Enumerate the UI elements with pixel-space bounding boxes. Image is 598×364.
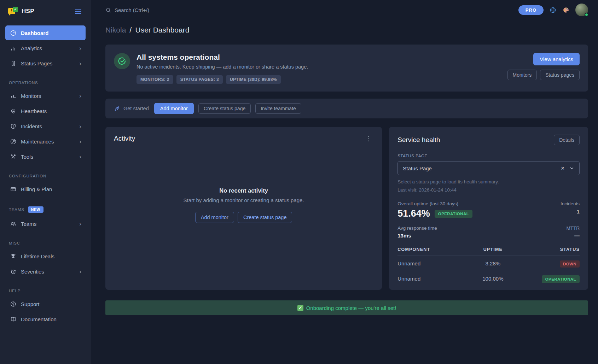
details-button[interactable]: Details [554,135,580,145]
view-analytics-button[interactable]: View analytics [533,53,580,65]
table-row[interactable]: Unnamed 3.28% DOWN [397,256,580,271]
chevron-down-icon[interactable] [569,166,574,171]
get-started-bar: Get started Add monitor Create status pa… [105,99,588,118]
chevron-right-icon: › [79,139,81,145]
sidebar-item-label: Support [21,301,81,307]
sidebar-item-incidents[interactable]: Incidents › [5,119,86,134]
status-page-select[interactable]: Status Page ✕ [397,161,580,175]
monitors-count-chip: MONITORS: 2 [137,75,173,84]
credit-card-icon [10,186,17,193]
avg-response-value: 13ms [397,233,437,239]
activity-card: Activity ⋮ No recent activity Start by a… [105,127,382,290]
logo-check: ✓ [13,7,18,12]
status-badge: OPERATIONAL [542,275,580,283]
search-placeholder: Search (Ctrl+/) [115,7,149,13]
search-icon [105,7,111,13]
chevron-right-icon: › [79,60,81,66]
sidebar-item-teams[interactable]: Teams › [5,216,86,231]
chevron-right-icon: › [79,123,81,129]
status-pages-count-chip: STATUS PAGES: 3 [176,75,223,84]
uptime-chip: UPTIME (30D): 99.98% [226,75,281,84]
sidebar-item-maintenances[interactable]: Maintenances › [5,134,86,149]
logo-row: ! ✓ HSP [5,0,86,23]
app-name: HSP [22,8,34,15]
create-status-page-button[interactable]: Create status page [198,103,251,114]
avg-response-label: Avg response time [397,225,437,231]
app-logo[interactable]: ! ✓ HSP [8,7,34,16]
sidebar-section-help: HELP [9,289,86,293]
sidebar-item-lifetime-deals[interactable]: Lifetime Deals [5,249,86,264]
hamburger-menu-icon[interactable] [74,7,83,15]
monitors-bars-icon [10,92,17,99]
status-page-field-label: STATUS PAGE [397,154,580,158]
sidebar-item-label: Teams [21,221,75,227]
sidebar-item-label: Incidents [21,123,75,129]
empty-state-subtitle: Start by adding a monitor or creating a … [184,197,304,203]
theme-palette-icon[interactable] [562,6,570,14]
sidebar: ! ✓ HSP Dashboard Analytics › Status Pag… [0,0,91,364]
traffic-light-icon [10,60,17,67]
sidebar-item-label: Monitors [21,93,75,99]
topbar: Search (Ctrl+/) PRO [91,0,598,20]
pro-plan-badge[interactable]: PRO [518,5,544,15]
breadcrumb: Nikola / User Dashboard [105,25,588,35]
new-badge: NEW [28,206,43,213]
sidebar-item-dashboard[interactable]: Dashboard [5,25,86,40]
sidebar-item-label: Documentation [21,316,81,322]
rocket-icon [114,105,120,112]
sidebar-item-severities[interactable]: Severities › [5,264,86,279]
status-badge: OPERATIONAL [435,210,472,218]
component-name: Unnamed [397,276,464,282]
sidebar-item-documentation[interactable]: Documentation [5,312,86,327]
column-header-uptime: UPTIME [464,247,522,252]
sidebar-item-label: Dashboard [21,30,81,36]
sidebar-item-tools[interactable]: Tools › [5,149,86,164]
sidebar-item-status-pages[interactable]: Status Pages › [5,56,86,71]
trophy-icon [10,253,17,260]
breadcrumb-parent[interactable]: Nikola [105,26,126,34]
uptime-value: 51.64% [397,208,430,219]
components-table: COMPONENT UPTIME STATUS Unnamed 3.28% DO… [397,244,580,286]
sidebar-item-heartbeats[interactable]: Heartbeats [5,104,86,118]
tools-icon [10,153,17,160]
sidebar-section-operations: OPERATIONS [9,81,86,85]
global-search-input[interactable]: Search (Ctrl+/) [105,7,149,13]
sidebar-item-billing[interactable]: Billing & Plan [5,182,86,196]
chevron-right-icon: › [79,93,81,99]
clear-selection-icon[interactable]: ✕ [561,166,565,171]
chevron-right-icon: › [79,45,81,51]
sidebar-item-label: Analytics [21,45,75,51]
chevron-right-icon: › [79,269,81,275]
hero-subtitle: No active incidents. Keep shipping — add… [137,64,501,70]
invite-teammate-button[interactable]: Invite teammate [255,103,301,114]
mttr-label: MTTR [567,225,580,231]
gauge-icon [10,29,17,36]
language-globe-icon[interactable] [549,6,557,14]
sidebar-item-monitors[interactable]: Monitors › [5,88,86,103]
onboarding-banner: ✓ Onboarding complete — you're all set! [105,300,588,315]
sidebar-section-teams: TEAMS NEW [9,206,86,213]
system-status-hero-card: All systems operational No active incide… [105,45,588,92]
bar-chart-icon [10,45,17,52]
select-helper-text: Select a status page to load its health … [397,179,580,184]
table-row[interactable]: Unnamed 100.00% OPERATIONAL [397,271,580,286]
sidebar-item-analytics[interactable]: Analytics › [5,41,86,55]
main-area: Search (Ctrl+/) PRO Nikola / User Dashbo… [91,0,598,364]
status-pages-button[interactable]: Status pages [540,70,580,80]
get-started-label: Get started [114,105,149,112]
create-status-page-button[interactable]: Create status page [238,212,292,223]
breadcrumb-separator: / [129,25,132,35]
incidents-value: 1 [561,209,580,215]
mttr-value: — [567,233,580,239]
monitors-button[interactable]: Monitors [507,70,537,80]
user-avatar[interactable] [575,4,588,16]
alarm-clock-icon [10,268,17,275]
add-monitor-button[interactable]: Add monitor [154,103,194,114]
book-icon [10,316,17,323]
last-visit-text: Last visit: 2026-01-24 10:44 [397,187,580,193]
users-icon [10,220,17,227]
maintenance-wrench-icon [10,138,17,145]
uptime-label: Overall uptime (last 30 days) [397,201,472,206]
add-monitor-button[interactable]: Add monitor [195,212,234,223]
sidebar-item-support[interactable]: Support [5,297,86,311]
